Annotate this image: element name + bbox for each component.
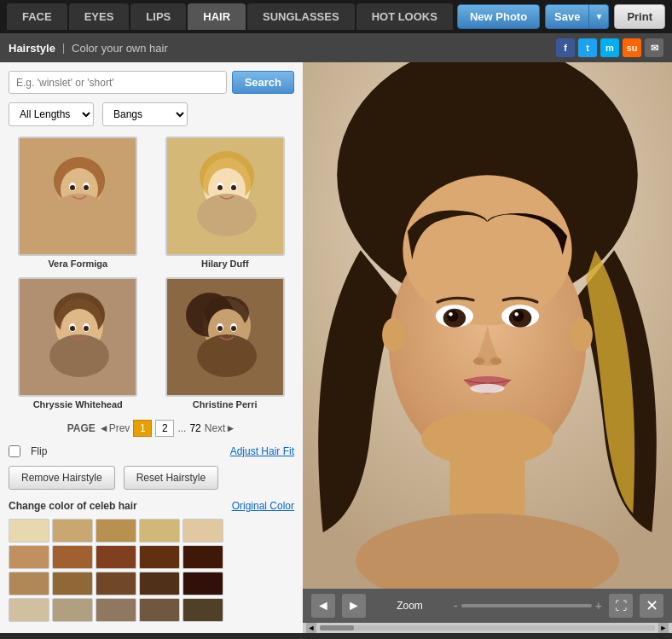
hilary-portrait-svg [167,138,285,256]
svg-point-52 [473,357,484,365]
next-page-button[interactable]: Next► [205,422,236,434]
facebook-icon[interactable]: f [556,38,575,57]
hairstyle-subnav[interactable]: Hairstyle [9,42,55,55]
svg-point-16 [217,185,223,190]
original-color-link[interactable]: Original Color [232,500,294,512]
search-row: Search [9,71,294,94]
new-photo-button[interactable]: New Photo [457,4,540,29]
color-title: Change color of celeb hair [9,500,137,512]
color-swatch[interactable] [139,519,180,543]
svg-point-7 [70,185,75,190]
tab-eyes[interactable]: EYES [69,3,130,30]
color-swatch[interactable] [139,572,180,595]
celebrity-name-hilary: Hilary Duff [201,259,249,269]
search-button[interactable]: Search [232,71,294,94]
celebrity-item-christine[interactable]: Christine Perri [156,277,295,410]
scroll-right-button[interactable]: ► [658,623,669,633]
color-swatch[interactable] [9,598,49,622]
zoom-close-button[interactable]: ✕ [640,594,663,618]
swatch-row-3 [9,572,294,595]
remove-hairstyle-button[interactable]: Remove Hairstyle [9,466,115,490]
stumbleupon-icon[interactable]: su [623,38,641,57]
zoom-fullscreen-button[interactable]: ⛶ [609,594,633,618]
myspace-icon[interactable]: m [600,38,619,57]
svg-rect-56 [449,448,524,523]
bangs-dropdown[interactable]: Bangs No Bangs Side Bangs [102,102,188,126]
scroll-track[interactable] [320,625,655,630]
filter-dropdowns: All Lengths Short Medium Long Bangs No B… [9,102,294,126]
tab-face[interactable]: FACE [7,3,67,30]
svg-point-25 [70,326,75,331]
color-swatch[interactable] [182,572,223,595]
color-swatch[interactable] [139,545,180,569]
svg-point-50 [449,312,452,316]
page-number-1[interactable]: 1 [133,420,152,437]
svg-point-32 [197,334,257,377]
zoom-right-button[interactable]: ► [342,594,366,618]
color-swatch[interactable] [96,572,136,595]
celebrity-grid: Vera Formiga [9,137,294,410]
tab-lips[interactable]: LIPS [130,3,186,30]
color-swatch[interactable] [9,519,49,543]
celebrity-name-chryssie: Chryssie Whitehead [33,399,123,410]
color-own-hair-subnav[interactable]: Color your own hair [72,42,168,55]
zoom-minus-icon[interactable]: - [454,599,458,613]
svg-point-51 [514,312,518,316]
svg-point-4 [49,194,109,236]
left-panel: Search All Lengths Short Medium Long Ban… [0,62,303,633]
svg-point-13 [197,194,257,236]
zoom-left-button[interactable]: ◄ [311,594,335,618]
sub-navigation: Hairstyle | Color your own hair f t m su… [0,33,672,62]
zoom-plus-icon[interactable]: + [595,599,602,613]
svg-point-42 [382,318,404,352]
color-swatch[interactable] [182,545,223,569]
print-button[interactable]: Print [614,4,665,29]
page-number-2[interactable]: 2 [155,420,174,437]
color-swatch[interactable] [182,519,223,543]
color-header: Change color of celeb hair Original Colo… [9,500,294,512]
color-swatch[interactable] [9,572,49,595]
tab-sunglasses[interactable]: SUNGLASSES [247,3,355,30]
vera-portrait-svg [20,138,137,256]
color-swatch[interactable] [52,598,93,622]
svg-point-26 [84,326,89,331]
tab-hot-looks[interactable]: HOT LOOKS [356,3,453,30]
total-pages: 72 [189,422,200,434]
celebrity-image-christine [165,277,285,397]
color-swatch[interactable] [96,545,136,569]
celebrity-item-vera[interactable]: Vera Formiga [9,137,148,269]
length-dropdown[interactable]: All Lengths Short Medium Long [9,102,94,126]
color-swatch[interactable] [139,598,180,622]
prev-page-button[interactable]: ◄Prev [99,422,130,434]
swatch-row-4 [9,598,294,622]
photo-area [303,62,672,589]
adjust-hair-fit-link[interactable]: Adjust Hair Fit [230,445,294,457]
color-swatch[interactable] [9,545,49,569]
portrait-photo [303,62,672,589]
color-swatch[interactable] [96,598,136,622]
scroll-left-button[interactable]: ◄ [306,623,316,633]
color-swatch[interactable] [182,598,223,622]
search-input[interactable] [9,71,227,94]
color-swatch[interactable] [52,519,93,543]
save-button[interactable]: Save [545,4,589,29]
svg-point-53 [490,357,501,365]
color-swatch[interactable] [52,545,93,569]
color-swatch[interactable] [96,519,136,543]
save-dropdown-button[interactable]: ▼ [589,4,609,29]
reset-hairstyle-button[interactable]: Reset Hairstyle [124,466,218,490]
celebrity-item-chryssie[interactable]: Chryssie Whitehead [9,277,148,410]
celebrity-item-hilary[interactable]: Hilary Duff [156,137,295,269]
celebrity-image-hilary [165,137,285,256]
tab-hair[interactable]: HAIR [188,3,246,30]
right-panel: ◄ ► Zoom - + ⛶ ✕ ◄ ► [303,62,672,633]
color-swatch[interactable] [52,572,93,595]
chryssie-portrait-svg [20,279,137,397]
flip-adjust-row: Flip Adjust Hair Fit [9,445,294,457]
flip-checkbox[interactable] [9,445,20,457]
main-layout: Search All Lengths Short Medium Long Ban… [0,62,672,633]
zoom-slider[interactable] [461,604,592,607]
twitter-icon[interactable]: t [578,38,597,57]
email-icon[interactable]: ✉ [645,38,663,57]
celebrity-name-christine: Christine Perri [193,399,258,410]
